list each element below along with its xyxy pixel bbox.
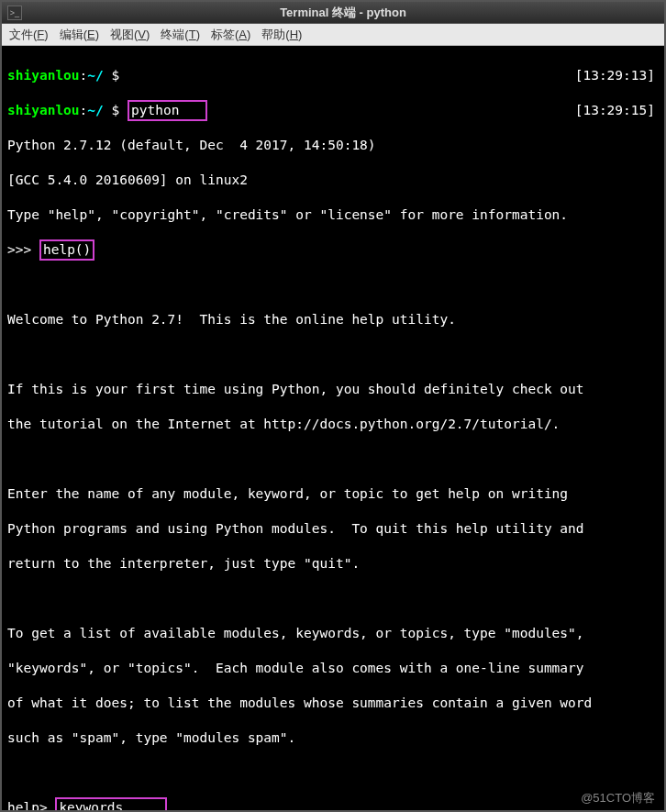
terminal-icon: >_ bbox=[7, 6, 22, 20]
menu-tab[interactable]: 标签(A) bbox=[211, 27, 250, 43]
timestamp: [13:29:15] bbox=[575, 102, 655, 119]
output-line: Python 2.7.12 (default, Dec 4 2017, 14:5… bbox=[7, 137, 659, 154]
window-title: Terminal 终端 - python bbox=[28, 5, 659, 21]
output-line: such as "spam", type "modules spam". bbox=[7, 729, 659, 747]
prompt-path: ~/ bbox=[87, 68, 103, 83]
output-line: return to the interpreter, just type "qu… bbox=[7, 555, 659, 573]
titlebar[interactable]: >_ Terminal 终端 - python bbox=[2, 2, 664, 24]
prompt-user: shiyanlou bbox=[7, 68, 80, 83]
prompt-user: shiyanlou bbox=[7, 103, 80, 117]
output-line: of what it does; to list the modules who… bbox=[7, 695, 659, 712]
highlight-python: python bbox=[128, 100, 207, 121]
output-line: To get a list of available modules, keyw… bbox=[7, 625, 659, 642]
highlight-help: help() bbox=[39, 239, 94, 261]
menu-help[interactable]: 帮助(H) bbox=[261, 27, 302, 43]
output-line: If this is your first time using Python,… bbox=[7, 381, 659, 398]
output-line: Welcome to Python 2.7! This is the onlin… bbox=[7, 311, 659, 328]
menu-file[interactable]: 文件(F) bbox=[9, 27, 49, 43]
python-prompt: >>> bbox=[7, 242, 31, 257]
timestamp: [13:29:13] bbox=[575, 67, 655, 84]
menu-edit[interactable]: 编辑(E) bbox=[60, 27, 99, 43]
output-line: [GCC 5.4.0 20160609] on linux2 bbox=[7, 172, 659, 189]
terminal-output[interactable]: shiyanlou:~/ $[13:29:13] shiyanlou:~/ $ … bbox=[2, 46, 664, 810]
watermark: @51CTO博客 bbox=[581, 789, 655, 806]
terminal-window: >_ Terminal 终端 - python 文件(F) 编辑(E) 视图(V… bbox=[0, 0, 666, 812]
help-prompt: help> bbox=[7, 800, 48, 810]
output-line: the tutorial on the Internet at http://d… bbox=[7, 416, 659, 433]
prompt-path: ~/ bbox=[87, 103, 103, 117]
menu-view[interactable]: 视图(V) bbox=[110, 27, 150, 43]
output-line: Enter the name of any module, keyword, o… bbox=[7, 485, 659, 503]
menu-terminal[interactable]: 终端(T) bbox=[161, 27, 200, 43]
menubar: 文件(F) 编辑(E) 视图(V) 终端(T) 标签(A) 帮助(H) bbox=[2, 24, 664, 46]
output-line: "keywords", or "topics". Each module als… bbox=[7, 660, 659, 677]
output-line: Python programs and using Python modules… bbox=[7, 520, 659, 538]
output-line: Type "help", "copyright", "credits" or "… bbox=[7, 206, 659, 224]
highlight-keywords: keywords bbox=[55, 797, 167, 810]
